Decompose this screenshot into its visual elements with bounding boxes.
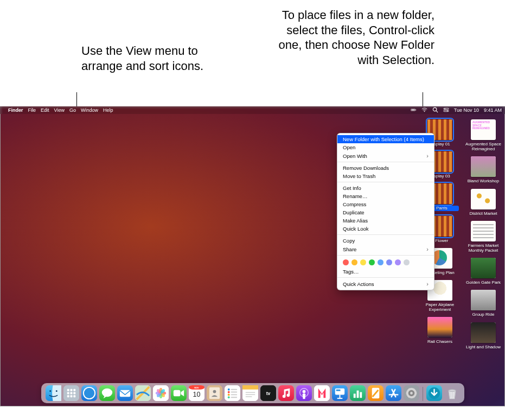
svg-rect-68 xyxy=(353,393,355,398)
desktop-file[interactable]: Golden Gate Park xyxy=(465,258,501,285)
dock-keynote[interactable] xyxy=(332,385,348,401)
desktop-file[interactable]: Bland Workshop xyxy=(465,156,501,183)
ctx-copy[interactable]: Copy xyxy=(337,237,434,245)
svg-rect-51 xyxy=(231,394,237,395)
svg-point-12 xyxy=(55,390,57,392)
svg-rect-15 xyxy=(70,389,72,391)
dock-podcasts[interactable] xyxy=(296,385,312,401)
menubar-time[interactable]: 9:41 AM xyxy=(484,107,502,113)
menu-view[interactable]: View xyxy=(54,107,65,113)
ctx-tags[interactable]: Tags… xyxy=(337,268,434,276)
svg-rect-1 xyxy=(411,109,414,110)
dock-pages[interactable] xyxy=(368,385,383,401)
svg-rect-6 xyxy=(444,108,449,109)
dock-launchpad[interactable] xyxy=(63,385,79,401)
desktop-screenshot: Finder File Edit View Go Window Help Tue… xyxy=(0,106,505,406)
ctx-open-with[interactable]: Open With xyxy=(337,151,434,160)
svg-rect-65 xyxy=(336,390,340,391)
dock-downloads[interactable] xyxy=(426,385,442,401)
control-center-icon[interactable] xyxy=(443,107,449,114)
desktop-file[interactable]: Group Ride xyxy=(465,290,501,317)
svg-rect-37 xyxy=(173,390,180,397)
tag-color[interactable] xyxy=(395,259,401,265)
ctx-quick-actions[interactable]: Quick Actions xyxy=(337,279,434,288)
desktop-file[interactable]: District Market xyxy=(465,189,501,216)
callout-new-folder: To place files in a new folder, select t… xyxy=(266,8,434,67)
spotlight-icon[interactable] xyxy=(432,107,438,114)
dock-facetime[interactable] xyxy=(171,385,187,401)
ctx-move-to-trash[interactable]: Move to Trash xyxy=(337,172,434,180)
svg-rect-56 xyxy=(245,392,254,393)
ctx-new-folder-selection[interactable]: New Folder with Selection (4 Items) xyxy=(337,135,434,143)
svg-rect-70 xyxy=(360,392,362,398)
tag-color[interactable] xyxy=(351,259,357,265)
menubar-app-name[interactable]: Finder xyxy=(8,107,23,113)
dock-settings[interactable] xyxy=(404,385,419,401)
dock-contacts[interactable] xyxy=(207,385,222,401)
svg-point-50 xyxy=(227,393,229,396)
ctx-compress[interactable]: Compress xyxy=(337,200,434,208)
tag-color[interactable] xyxy=(343,259,349,265)
dock-trash[interactable] xyxy=(444,385,460,401)
dock-mail[interactable] xyxy=(117,385,133,401)
svg-rect-14 xyxy=(67,389,69,391)
dock-calendar[interactable]: NOV10 xyxy=(189,385,204,401)
dock-safari[interactable] xyxy=(81,385,97,401)
dock-messages[interactable] xyxy=(99,385,115,401)
menu-file[interactable]: File xyxy=(28,107,36,113)
svg-point-77 xyxy=(410,392,413,394)
svg-point-48 xyxy=(227,391,229,393)
ctx-get-info[interactable]: Get Info xyxy=(337,184,434,192)
dock-photos[interactable] xyxy=(153,385,169,401)
dock-appstore[interactable] xyxy=(386,385,401,401)
dock-news[interactable] xyxy=(314,385,330,401)
callout-view-menu: Use the View menu to arrange and sort ic… xyxy=(81,43,222,73)
svg-rect-45 xyxy=(225,385,240,401)
dock-music[interactable] xyxy=(278,385,294,401)
svg-point-4 xyxy=(433,107,436,111)
wifi-icon[interactable] xyxy=(421,107,427,114)
desktop-file[interactable]: AUGMENTED SPACE REIMAGINEDAugmented Spac… xyxy=(465,119,501,151)
context-menu: New Folder with Selection (4 Items) Open… xyxy=(337,133,434,290)
menubar-date[interactable]: Tue Nov 10 xyxy=(454,107,479,113)
battery-icon[interactable] xyxy=(411,107,417,114)
svg-line-5 xyxy=(436,111,438,112)
menu-edit[interactable]: Edit xyxy=(41,107,49,113)
ctx-make-alias[interactable]: Make Alias xyxy=(337,217,434,225)
ctx-tag-colors xyxy=(337,257,434,268)
tag-color[interactable] xyxy=(360,259,366,265)
desktop-file[interactable]: Farmers Market Monthly Packet xyxy=(465,221,501,253)
svg-point-61 xyxy=(302,390,305,393)
svg-rect-22 xyxy=(73,395,75,397)
dock-reminders[interactable] xyxy=(225,385,240,401)
dock-finder[interactable] xyxy=(46,385,61,401)
dock-tv[interactable]: tv xyxy=(260,385,276,401)
desktop-file[interactable]: Rail Chasers xyxy=(422,317,458,344)
divider xyxy=(337,234,434,235)
ctx-remove-downloads[interactable]: Remove Downloads xyxy=(337,164,434,172)
svg-rect-7 xyxy=(444,110,449,111)
dock-numbers[interactable] xyxy=(350,385,366,401)
menu-window[interactable]: Window xyxy=(81,107,98,113)
svg-rect-2 xyxy=(415,109,416,110)
svg-point-3 xyxy=(424,111,425,111)
tag-color[interactable] xyxy=(369,259,375,265)
tag-color[interactable] xyxy=(378,259,383,265)
svg-rect-55 xyxy=(242,385,258,390)
tag-color[interactable] xyxy=(386,259,392,265)
menu-help[interactable]: Help xyxy=(103,107,113,113)
ctx-duplicate[interactable]: Duplicate xyxy=(337,208,434,217)
svg-rect-19 xyxy=(73,392,75,394)
dock-maps[interactable] xyxy=(135,385,151,401)
menu-go[interactable]: Go xyxy=(69,107,76,113)
ctx-rename-[interactable]: Rename… xyxy=(337,192,434,200)
divider xyxy=(337,277,434,278)
svg-point-9 xyxy=(447,110,448,111)
ctx-share[interactable]: Share xyxy=(337,245,434,253)
ctx-open[interactable]: Open xyxy=(337,143,434,151)
tag-color[interactable] xyxy=(404,259,410,265)
ctx-quick-look[interactable]: Quick Look xyxy=(337,225,434,233)
desktop-file[interactable]: Light and Shadow xyxy=(465,322,501,349)
dock-notes[interactable] xyxy=(242,385,258,401)
svg-rect-53 xyxy=(231,397,237,398)
